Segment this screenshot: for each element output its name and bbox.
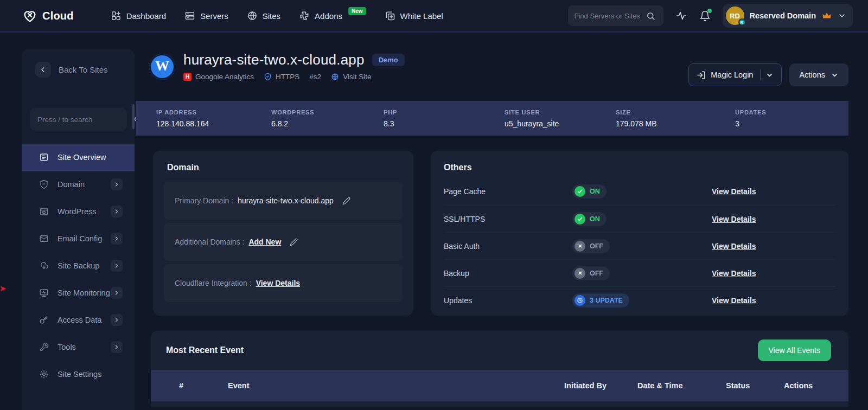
page-title: hurayra-site-two.x-cloud.app [183,52,365,68]
status-badge-update: 3 UPDATE [572,293,629,308]
x-circle-icon [575,268,585,279]
others-card-title: Others [444,163,835,172]
magic-login-button[interactable]: Magic Login [688,63,782,86]
domain-card: Domain Primary Domain : hurayra-site-two… [153,151,413,316]
sidebar-item-wordpress[interactable]: WordPress [22,198,135,225]
global-search-input[interactable] [575,12,642,20]
monitor-pulse-icon [39,288,49,298]
status-badge-off: OFF [572,266,610,280]
nav-white-label[interactable]: White Label [385,10,443,21]
cloudflare-view-details-link[interactable]: View Details [256,279,300,287]
chevron-left-icon[interactable] [35,62,51,78]
row-label: Cloudflare Integration : [175,279,252,287]
activity-pulse-icon[interactable] [675,10,687,22]
sidebar-scrollbar[interactable] [132,104,135,129]
recent-events-card: Most Recent Event View All Events # Even… [151,331,848,407]
sidebar-item-site-backup[interactable]: Site Backup [22,252,135,279]
puzzle-icon [299,10,310,21]
edit-pencil-icon[interactable] [290,238,298,246]
notifications-bell-icon[interactable] [699,10,711,22]
sidebar-item-label: Tools [58,343,111,351]
info-label: SIZE [616,109,735,116]
brand[interactable]: Cloud [22,8,74,23]
view-all-events-button[interactable]: View All Events [758,339,831,361]
chevron-right-icon [111,260,123,272]
info-value: 179.078 MB [616,119,735,128]
xcloud-heart-logo-icon [22,8,38,23]
domain-card-title: Domain [164,163,403,172]
col-actions: Actions [784,381,848,390]
status-badge-off: OFF [572,239,610,253]
status-text: 3 UPDATE [590,297,623,304]
primary-domain-value: hurayra-site-two.x-cloud.app [238,196,334,205]
info-wordpress: WORDPRESS 6.8.2 [271,109,384,128]
basic-auth-row: Basic Auth OFF View Details [444,232,835,259]
search-icon[interactable] [646,11,655,21]
gear-icon [39,369,49,379]
key-icon [39,315,49,325]
x-circle-icon [575,241,585,252]
login-icon [697,71,706,80]
nav-dashboard[interactable]: Dashboard [111,10,166,21]
shield-check-icon [264,73,272,81]
actions-label: Actions [799,71,825,79]
sidebar-item-label: Site Settings [58,370,123,379]
avatar-badge: R [738,18,746,26]
status-badge-on: ON [572,212,607,226]
row-label: Page Cache [444,187,572,196]
global-search[interactable] [568,5,663,26]
sidebar-item-site-monitoring[interactable]: Site Monitoring [22,279,135,306]
back-label: Back To Sites [59,65,108,74]
status-text: OFF [590,270,603,277]
nav-label: Dashboard [126,11,166,21]
wordpress-logo-icon: W [149,54,175,80]
nav-servers[interactable]: Servers [184,10,228,21]
profile-menu[interactable]: RD R Reserved Domain [723,4,853,28]
info-label: IP ADDRESS [156,109,271,116]
view-details-link[interactable]: View Details [712,187,756,196]
sidebar-search[interactable] [30,108,127,131]
chevron-right-icon [111,287,123,299]
sidebar-item-label: Site Overview [58,153,123,162]
sidebar-item-access-data[interactable]: Access Data [22,306,135,334]
dashboard-grid-icon [111,10,122,21]
row-label: Primary Domain : [175,196,233,205]
back-to-sites[interactable]: Back To Sites [22,49,135,78]
mouse-cursor-arrow: ➤ [0,284,7,293]
sidebar-item-tools[interactable]: Tools [22,334,135,361]
sidebar-item-label: Email Config [58,234,111,243]
nav-addons[interactable]: Addons New [299,10,366,21]
sidebar-item-site-settings[interactable]: Site Settings [22,361,135,388]
actions-button[interactable]: Actions [789,63,848,86]
sidebar-search-input[interactable] [37,116,133,124]
wp-letter: W [155,58,169,74]
chevron-down-icon[interactable] [765,71,774,79]
globe-icon [331,73,339,81]
col-initiated-by: Initiated By [564,381,637,390]
nav-sites[interactable]: Sites [247,10,280,21]
add-new-link[interactable]: Add New [248,238,281,246]
info-ip-address: IP ADDRESS 128.140.88.164 [156,109,271,128]
wrench-icon [39,342,49,352]
edit-pencil-icon[interactable] [342,197,350,205]
cloud-backup-icon [39,261,49,271]
view-details-link[interactable]: View Details [712,215,756,223]
copy-plus-icon [385,10,395,21]
new-badge: New [348,7,366,15]
nav-label: Sites [263,11,280,21]
sidebar-item-email-config[interactable]: Email Config [22,225,135,252]
view-details-link[interactable]: View Details [712,296,756,305]
check-circle-icon [575,214,585,225]
brand-name: Cloud [42,10,74,22]
visit-site-link[interactable]: Visit Site [331,73,371,81]
updates-row: Updates 3 UPDATE View Details [444,286,835,313]
view-details-link[interactable]: View Details [712,242,756,251]
events-table-header: # Event Initiated By Date & Time Status … [151,370,848,401]
sidebar-item-site-overview[interactable]: Site Overview [22,144,135,171]
chevron-right-icon [111,341,123,353]
chevron-right-icon [111,206,123,217]
main-content: W hurayra-site-two.x-cloud.app Demo H Go… [136,33,868,410]
view-details-link[interactable]: View Details [712,269,756,278]
sidebar-item-domain[interactable]: Domain [22,171,135,198]
magic-login-label: Magic Login [711,71,753,79]
